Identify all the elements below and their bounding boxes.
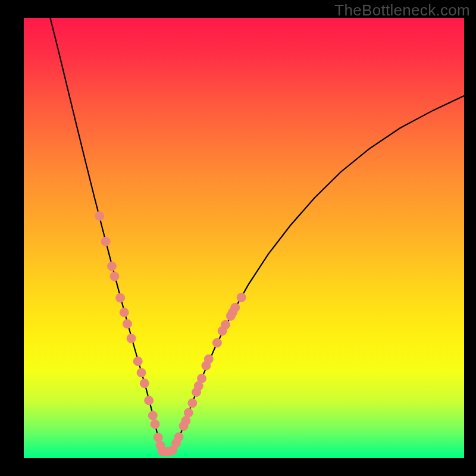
highlight-dot xyxy=(174,433,183,441)
highlight-dot xyxy=(133,357,142,366)
highlight-dot xyxy=(237,293,246,302)
highlight-dot xyxy=(127,334,136,343)
highlight-dot xyxy=(204,355,213,364)
watermark-text: TheBottleneck.com xyxy=(334,1,470,20)
chart-area xyxy=(24,18,464,458)
highlight-dot xyxy=(148,411,157,420)
highlight-dot xyxy=(188,399,197,408)
highlight-dot xyxy=(151,420,159,429)
highlight-dot xyxy=(181,416,190,425)
highlight-dot xyxy=(116,293,125,302)
chart-svg xyxy=(24,18,464,458)
highlight-dot xyxy=(231,303,240,312)
highlight-dot xyxy=(154,433,162,442)
highlight-dot xyxy=(221,320,230,329)
highlight-dot xyxy=(123,320,131,328)
bottleneck-curve xyxy=(50,18,464,452)
highlight-dot xyxy=(212,339,221,347)
highlight-points xyxy=(95,212,246,456)
highlight-dot xyxy=(137,368,146,377)
highlight-dot xyxy=(95,212,104,221)
highlight-dot xyxy=(198,374,206,383)
highlight-dot xyxy=(120,308,129,317)
highlight-dot xyxy=(184,408,193,417)
highlight-dot xyxy=(145,396,154,405)
highlight-dot xyxy=(108,262,117,271)
highlight-dot xyxy=(101,237,110,246)
highlight-dot xyxy=(140,379,149,388)
highlight-dot xyxy=(110,272,119,281)
